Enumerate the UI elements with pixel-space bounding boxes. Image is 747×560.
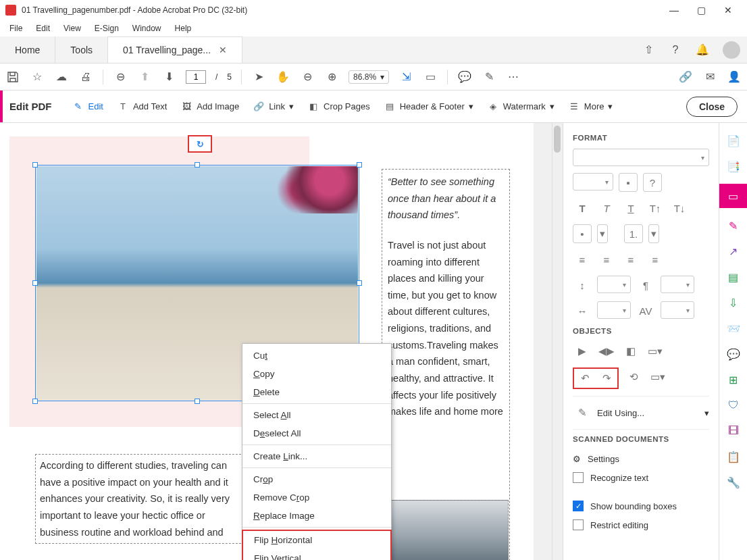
watermark-button[interactable]: ◈Watermark ▾ (487, 101, 555, 113)
number-list-icon[interactable]: 1. (624, 224, 643, 243)
print-icon[interactable]: 🖨 (78, 70, 93, 84)
rail-combine-icon[interactable]: 📑 (725, 158, 742, 174)
account-avatar[interactable] (723, 41, 740, 59)
email-icon[interactable]: ✉ (702, 70, 717, 84)
handle-middle-right[interactable] (357, 280, 362, 286)
rail-more-tools-icon[interactable]: 🔧 (725, 474, 742, 490)
help-icon[interactable]: ? (662, 36, 689, 63)
close-button[interactable]: Close (686, 97, 738, 117)
arrange-dropdown-icon[interactable]: ▭▾ (646, 342, 665, 361)
more-tools-icon[interactable]: ⋯ (506, 70, 521, 84)
ctx-crop[interactable]: Crop (242, 470, 391, 488)
align-center-icon[interactable]: ≡ (597, 250, 616, 269)
rail-edit-pdf-icon[interactable]: ▭ (719, 184, 748, 208)
menu-window[interactable]: Window (126, 22, 168, 34)
star-icon[interactable]: ☆ (30, 70, 45, 84)
header-footer-button[interactable]: ▤Header & Footer ▾ (384, 101, 473, 113)
zoom-plus-icon[interactable]: ⊕ (324, 70, 339, 84)
minimize-button[interactable]: — (661, 0, 688, 20)
help-format-icon[interactable]: ? (643, 173, 662, 192)
handle-bottom-middle[interactable] (195, 399, 200, 404)
char-spacing-icon[interactable]: AV (636, 301, 655, 320)
number-dropdown[interactable]: ▾ (648, 224, 659, 243)
notifications-icon[interactable]: 🔔 (689, 36, 716, 63)
tab-tools[interactable]: Tools (55, 36, 108, 63)
recognize-text-row[interactable]: Recognize text (573, 468, 709, 487)
replace-image-icon[interactable]: ⟲ (624, 367, 643, 386)
fit-width-icon[interactable]: ⇲ (398, 70, 413, 84)
ctx-copy[interactable]: Copy (242, 365, 391, 383)
ctx-remove-crop[interactable]: Remove Crop (242, 488, 391, 507)
zoom-minus-icon[interactable]: ⊖ (300, 70, 315, 84)
comment-icon[interactable]: 💬 (457, 70, 472, 84)
restrict-checkbox[interactable] (573, 519, 584, 530)
edit-button[interactable]: ✎Edit (72, 101, 103, 113)
document-canvas[interactable]: ↻ “Better to see something once than hea… (0, 123, 563, 560)
share-icon[interactable]: ⇧ (635, 36, 662, 63)
align-right-icon[interactable]: ≡ (621, 250, 640, 269)
maximize-button[interactable]: ▢ (688, 0, 715, 20)
bullet-dropdown[interactable]: ▾ (597, 224, 608, 243)
handle-top-right[interactable] (357, 162, 362, 168)
zoom-out-icon[interactable]: ⊖ (113, 70, 128, 84)
add-text-button[interactable]: TAdd Text (117, 101, 167, 113)
edit-using-row[interactable]: ✎ Edit Using... ▾ (573, 396, 709, 430)
rail-export-icon[interactable]: ↗ (725, 243, 742, 259)
tab-close-icon[interactable]: ✕ (219, 45, 227, 55)
bullet-list-icon[interactable]: • (573, 224, 592, 243)
flip-vertical-icon[interactable]: ▶ (573, 342, 592, 361)
tab-document[interactable]: 01 Travelling_page... ✕ (108, 36, 242, 63)
rotate-ccw-icon[interactable]: ↶ (575, 369, 594, 388)
para-spacing-dropdown[interactable]: ▾ (661, 276, 694, 293)
align-justify-icon[interactable]: ≡ (646, 250, 665, 269)
hand-tool-icon[interactable]: ✋ (276, 70, 290, 84)
people-icon[interactable]: 👤 (727, 70, 742, 84)
h-scale-dropdown[interactable]: ▾ (597, 301, 631, 319)
link-share-icon[interactable]: 🔗 (678, 70, 693, 84)
align-left-icon[interactable]: ≡ (573, 250, 592, 269)
cloud-upload-icon[interactable]: ☁ (54, 70, 69, 84)
superscript-icon[interactable]: T↑ (646, 199, 665, 218)
underline-icon[interactable]: T (621, 199, 640, 218)
color-picker[interactable]: ▪ (619, 173, 638, 192)
horizontal-scale-icon[interactable]: ↔ (573, 301, 592, 320)
menu-esign[interactable]: E-Sign (88, 22, 126, 34)
crop-object-icon[interactable]: ◧ (621, 342, 640, 361)
rail-sign-icon[interactable]: ✎ (725, 218, 742, 234)
ctx-replace-image[interactable]: Replace Image (242, 507, 391, 525)
close-window-button[interactable]: ✕ (715, 0, 742, 20)
crop-pages-button[interactable]: ◧Crop Pages (307, 101, 370, 113)
ctx-deselect-all[interactable]: Deselect All (242, 424, 391, 442)
show-bounding-boxes-row[interactable]: ✓ Show bounding boxes (573, 497, 709, 515)
selection-tool-icon[interactable]: ➤ (251, 70, 266, 84)
recognize-checkbox[interactable] (573, 472, 584, 483)
rail-protect-icon[interactable]: 🛡 (725, 397, 742, 413)
page-down-icon[interactable]: ⬇ (161, 70, 176, 84)
char-spacing-dropdown[interactable]: ▾ (661, 301, 694, 319)
rotation-handle[interactable]: ↻ (188, 135, 212, 153)
add-image-button[interactable]: 🖼Add Image (180, 101, 239, 113)
ctx-delete[interactable]: Delete (242, 383, 391, 401)
rail-comment-icon[interactable]: 💬 (725, 346, 742, 362)
save-icon[interactable] (5, 70, 20, 84)
subscript-icon[interactable]: T↓ (670, 199, 689, 218)
italic-icon[interactable]: T (597, 199, 616, 218)
handle-bottom-left[interactable] (32, 399, 38, 404)
line-spacing-icon[interactable]: ↕ (573, 276, 592, 295)
rail-create-pdf-icon[interactable]: 📄 (725, 132, 742, 149)
handle-middle-left[interactable] (32, 280, 38, 286)
ctx-cut[interactable]: Cut (242, 347, 391, 365)
rail-compress-icon[interactable]: ⇩ (725, 295, 742, 311)
show-bb-checkbox[interactable]: ✓ (573, 501, 584, 511)
secondary-image[interactable] (384, 500, 509, 560)
handle-top-middle[interactable] (195, 162, 200, 168)
more-button[interactable]: ☰More ▾ (568, 101, 613, 113)
paragraph-spacing-icon[interactable]: ¶ (636, 276, 655, 295)
rotate-cw-icon[interactable]: ↷ (597, 369, 616, 388)
line-spacing-dropdown[interactable]: ▾ (597, 276, 631, 293)
menu-edit[interactable]: Edit (29, 22, 57, 34)
tab-home[interactable]: Home (0, 36, 55, 63)
bold-icon[interactable]: T (573, 199, 592, 218)
zoom-dropdown[interactable]: 86.8%▾ (349, 70, 389, 84)
font-family-dropdown[interactable]: ▾ (573, 149, 709, 166)
